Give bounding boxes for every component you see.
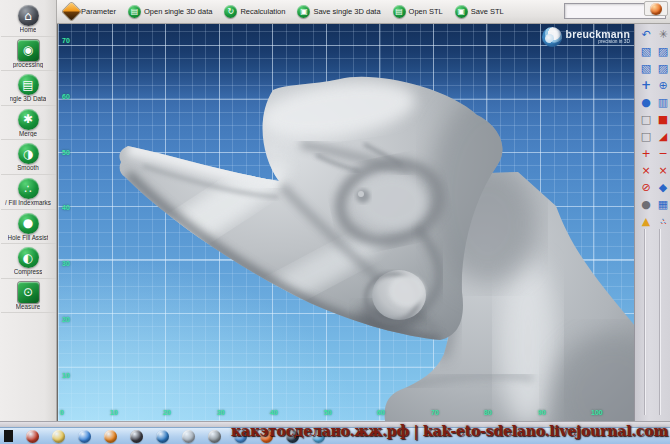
sidebar-item[interactable]: ⌂ Home	[1, 2, 56, 37]
right-toolbar-button[interactable]: ×	[655, 162, 670, 178]
right-toolbar-button[interactable]: □	[638, 128, 654, 144]
right-toolbar-button[interactable]: −	[655, 145, 670, 161]
sidebar-item-icon: ▤	[18, 74, 39, 95]
sidebar-item-label: Measure	[16, 304, 41, 311]
ruler-tick-label: 0	[60, 409, 64, 416]
sidebar-item-icon: ✱	[18, 109, 39, 130]
sidebar-item[interactable]: ▤ ngle 3D Data	[1, 71, 56, 106]
brand-name: breuckmann	[566, 29, 630, 40]
toolbar-button-icon: ▣	[455, 5, 468, 18]
toolbar-button-label: Parameter	[81, 7, 116, 16]
ruler-tick-label: 30	[217, 409, 225, 416]
sidebar-item-icon: ⌂	[18, 5, 39, 26]
right-toolbar-button[interactable]: ▧	[638, 43, 654, 59]
duck-model-3d-render[interactable]	[58, 24, 634, 421]
ruler-tick-label: 70	[431, 409, 439, 416]
sidebar-item-icon: ⊙	[18, 282, 39, 303]
right-toolbar-button[interactable]: ■	[655, 111, 670, 127]
toolbar-button[interactable]: ↻ Recalculation	[218, 2, 291, 22]
sidebar-item[interactable]: ∴ / Fill Indexmarks	[1, 175, 56, 210]
tray-firefox-icon[interactable]	[650, 3, 662, 15]
ruler-tick-label: 50	[324, 409, 332, 416]
right-toolbar-button[interactable]: ∴	[655, 213, 670, 229]
sidebar-item-label: Smooth	[17, 165, 39, 172]
sidebar-item[interactable]: ◑ Smooth	[1, 140, 56, 175]
toolbar-button-label: Open STL	[409, 7, 443, 16]
ruler-tick-label: 10	[110, 409, 118, 416]
toolbar-button-icon: ↻	[224, 5, 237, 18]
ruler-tick-label: 60	[62, 93, 70, 100]
ruler-tick-label: 20	[163, 409, 171, 416]
sidebar-item-label: Hole Fill Assist	[8, 235, 49, 242]
right-toolbar-button[interactable]: ×	[638, 162, 654, 178]
ruler-tick-label: 50	[62, 149, 70, 156]
sidebar-item-icon: ∴	[18, 178, 39, 199]
toolbar-button-icon: ▤	[128, 5, 141, 18]
right-toolbar-button[interactable]: ▲	[638, 213, 654, 229]
toolbar-button[interactable]: Parameter	[59, 2, 122, 22]
taskbar-app-icon[interactable]	[52, 430, 65, 443]
watermark-text: какэтосделано.жж.рф | kak-eto-sdelano.li…	[231, 423, 668, 439]
right-toolbar-button[interactable]: ⊘	[638, 179, 654, 195]
sidebar-item-label: ngle 3D Data	[10, 96, 47, 103]
brand-tagline: precision in 3D	[598, 40, 630, 45]
sidebar-item-label: Compress	[14, 269, 43, 276]
taskbar-app-icon[interactable]	[130, 430, 143, 443]
sidebar-item-label: / Fill Indexmarks	[5, 200, 51, 207]
right-toolbar-button[interactable]: +	[638, 77, 654, 93]
breuckmann-logo-icon	[542, 27, 562, 47]
right-toolbar-button[interactable]: ↶	[638, 26, 654, 42]
toolbar-button[interactable]: ▤ Open STL	[387, 2, 449, 22]
toolbar-button[interactable]: ▤ Open single 3D data	[122, 2, 218, 22]
right-toolbar-button[interactable]: ◢	[655, 128, 670, 144]
taskbar-app-icon[interactable]	[156, 430, 169, 443]
right-toolbar-button[interactable]: ▦	[655, 196, 670, 212]
right-toolbar-button[interactable]: ●	[638, 196, 654, 212]
taskbar-app-icon[interactable]	[26, 430, 39, 443]
taskbar-start-fragment[interactable]	[4, 430, 13, 442]
sidebar-item-icon: ◉	[18, 40, 39, 61]
application-window: ⌂ Home ◉ processing ▤ ngle 3D Data ✱ Mer…	[0, 0, 670, 444]
taskbar-app-icon[interactable]	[104, 430, 117, 443]
right-toolbar-button[interactable]: ◆	[655, 179, 670, 195]
toolbar-button-label: Open single 3D data	[144, 7, 212, 16]
ruler-tick-label: 80	[484, 409, 492, 416]
right-toolbar-button[interactable]: ✳	[655, 26, 670, 42]
sidebar-item-icon: ◐	[18, 247, 39, 268]
sidebar-item[interactable]: ◐ Compress	[1, 244, 56, 279]
toolbar-button[interactable]: ▣ Save STL	[449, 2, 510, 22]
toolbar-button-label: Recalculation	[240, 7, 285, 16]
right-toolbar-button[interactable]: ▧	[638, 60, 654, 76]
right-toolbar-button[interactable]: +	[638, 145, 654, 161]
taskbar-app-icon[interactable]	[208, 430, 221, 443]
sidebar-item[interactable]: ● Hole Fill Assist	[1, 210, 56, 245]
toolbar-button-label: Save single 3D data	[313, 7, 380, 16]
ruler-tick-label: 20	[62, 316, 70, 323]
right-toolbar-button[interactable]: ⊕	[655, 77, 670, 93]
sidebar-item[interactable]: ◉ processing	[1, 37, 56, 72]
right-toolbar-button[interactable]: ▨	[655, 43, 670, 59]
ruler-tick-label: 40	[62, 204, 70, 211]
sidebar-item[interactable]: ⊙ Measure	[1, 279, 56, 314]
sidebar-item-label: Home	[20, 27, 37, 34]
right-toolbar-button[interactable]: ▥	[655, 94, 670, 110]
taskbar-app-icon[interactable]	[182, 430, 195, 443]
toolbar-button[interactable]: ▣ Save single 3D data	[291, 2, 386, 22]
toolbar-button-label: Save STL	[471, 7, 504, 16]
right-toolbar-button[interactable]: ●	[638, 94, 654, 110]
ruler-tick-label: 40	[270, 409, 278, 416]
right-icon-toolbar: ↶ ✳ ▧ ▨ ▧ ▨ + ⊕ ● ▥ □ ■	[638, 26, 670, 229]
ruler-tick-label: 70	[62, 37, 70, 44]
ruler-tick-label: 90	[538, 409, 546, 416]
sidebar-item[interactable]: ✱ Merge	[1, 106, 56, 141]
sidebar-item-label: Merge	[19, 131, 37, 138]
right-toolbar-button[interactable]: ▨	[655, 60, 670, 76]
taskbar-app-icon[interactable]	[78, 430, 91, 443]
left-sidebar: ⌂ Home ◉ processing ▤ ngle 3D Data ✱ Mer…	[0, 0, 57, 427]
ruler-tick-label: 60	[377, 409, 385, 416]
right-toolbar-button[interactable]: □	[638, 111, 654, 127]
ruler-tick-label: 10	[62, 372, 70, 379]
right-panel: ↶ ✳ ▧ ▨ ▧ ▨ + ⊕ ● ▥ □ ■	[634, 24, 670, 421]
viewport-3d[interactable]: 70605040302010 0102030405060708090100 br…	[57, 24, 634, 421]
ruler-tick-label: 30	[62, 260, 70, 267]
